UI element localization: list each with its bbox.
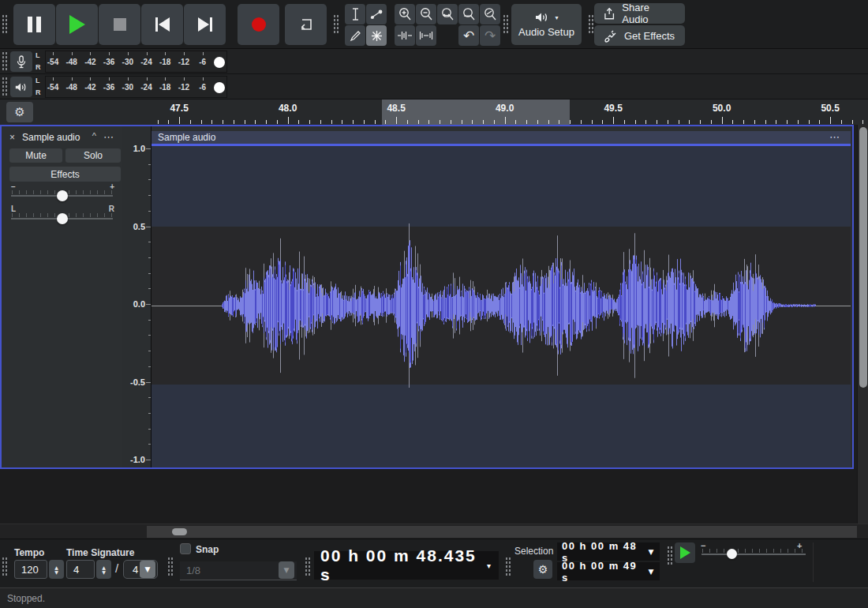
draw-tool-button[interactable] <box>345 25 365 46</box>
track-collapse-button[interactable]: ^ <box>92 131 96 141</box>
horizontal-scrollbar-track[interactable] <box>147 526 857 538</box>
time-toolbar-grip[interactable] <box>2 557 8 577</box>
solo-button[interactable]: Solo <box>65 148 121 163</box>
track-sample-audio: × Sample audio ^ ⋯ Mute Solo Effects − +… <box>0 125 854 469</box>
speed-slider-thumb[interactable] <box>727 549 737 559</box>
playback-meter-grip[interactable] <box>2 77 8 97</box>
vruler-tick <box>148 397 151 398</box>
multi-tool-button[interactable] <box>366 25 387 46</box>
tools-toolbar-grip[interactable] <box>333 14 339 35</box>
audio-clip[interactable]: Sample audio ⋯ <box>152 126 851 467</box>
selection-gear-icon: ⚙ <box>538 563 548 576</box>
play-button[interactable] <box>56 4 98 45</box>
redo-button[interactable]: ↷ <box>480 25 500 46</box>
vruler-tick <box>148 179 151 180</box>
horizontal-scrollbar[interactable] <box>0 524 868 539</box>
record-button[interactable] <box>238 4 279 45</box>
tempo-input[interactable]: 120 <box>14 560 47 579</box>
timeline-tick <box>613 117 614 124</box>
recording-meter-button[interactable] <box>10 51 32 72</box>
silence-audio-button[interactable] <box>416 25 436 46</box>
play-at-speed-button[interactable] <box>675 542 695 563</box>
effects-button[interactable]: Effects <box>9 167 121 182</box>
selection-toolbar-grip[interactable] <box>505 557 511 577</box>
playback-meter[interactable]: -54-48-42-36-30-24-18-12-6 <box>45 76 227 98</box>
speed-slider-ticks <box>702 549 805 553</box>
pause-button[interactable] <box>13 4 55 45</box>
get-effects-label: Get Effects <box>624 30 675 42</box>
recording-meter[interactable]: -54-48-42-36-30-24-18-12-6 <box>45 51 227 73</box>
waveform-canvas[interactable] <box>152 146 851 467</box>
transport-toolbar-grip[interactable] <box>2 14 8 35</box>
play-icon <box>69 15 85 34</box>
mute-button[interactable]: Mute <box>9 148 62 163</box>
recording-meter-grip[interactable] <box>2 51 8 72</box>
time-signature-upper-stepper[interactable]: ▲▼ <box>96 560 111 579</box>
vruler-tick <box>148 195 151 196</box>
vertical-scale-ruler[interactable]: 1.00.50.0-0.5-1.0 <box>122 126 152 467</box>
meter-scale-label: -6 <box>199 58 206 66</box>
vruler-tick <box>148 257 151 258</box>
meter-scale-label: -54 <box>47 83 58 92</box>
timeline-tick <box>819 120 820 124</box>
audio-position-display[interactable]: 00 h 00 m 48.435 s ▾ <box>314 551 499 580</box>
timeline-tick <box>679 120 679 124</box>
share-toolbar-grip[interactable] <box>588 14 594 35</box>
snap-checkbox[interactable] <box>180 543 191 554</box>
vertical-scrollbar-thumb[interactable] <box>859 127 867 388</box>
tempo-stepper[interactable]: ▲▼ <box>49 560 64 579</box>
track-close-button[interactable]: × <box>9 132 15 143</box>
share-audio-button[interactable]: Share Audio <box>594 3 685 24</box>
selection-tool-button[interactable] <box>345 4 365 24</box>
time-signature-upper-input[interactable]: 4 <box>66 560 95 579</box>
skip-to-end-button[interactable] <box>184 4 226 45</box>
timeline-tick <box>396 117 397 124</box>
meter-scale-label: -12 <box>178 58 189 66</box>
play-at-speed-grip[interactable] <box>667 546 673 566</box>
pan-slider-thumb[interactable] <box>57 213 68 224</box>
snap-label: Snap <box>196 544 219 555</box>
timeline-ruler[interactable]: ⚙ 47.548.048.549.049.550.050.5 <box>0 99 868 125</box>
undo-button[interactable]: ↶ <box>458 25 479 46</box>
loop-button[interactable] <box>285 4 327 45</box>
audio-setup-button[interactable]: ▾ Audio Setup <box>511 4 582 45</box>
clip-header[interactable]: Sample audio <box>152 131 851 144</box>
timeline-options-button[interactable]: ⚙ <box>6 102 33 122</box>
audio-setup-toolbar-grip[interactable] <box>503 14 509 35</box>
selection-end-display[interactable]: 00 h 00 m 49 s ▼ <box>557 562 660 580</box>
time-signature-lower-caret[interactable]: ▼ <box>140 561 155 578</box>
timeline-tick <box>483 120 484 124</box>
vertical-scrollbar[interactable] <box>857 125 868 524</box>
selection-start-display[interactable]: 00 h 00 m 48 s ▼ <box>557 542 660 561</box>
trim-audio-button[interactable] <box>395 25 415 46</box>
timeline-tick <box>559 120 559 124</box>
skip-to-start-button[interactable] <box>141 4 183 45</box>
track-title[interactable]: Sample audio <box>22 132 80 143</box>
zoom-toggle-button[interactable] <box>480 4 500 24</box>
gain-slider-thumb[interactable] <box>57 190 68 201</box>
selection-options-button[interactable]: ⚙ <box>533 560 552 579</box>
zoom-toggle-icon <box>483 7 497 21</box>
get-effects-button[interactable]: Get Effects <box>594 25 685 46</box>
zoom-fit-project-button[interactable] <box>458 4 479 24</box>
transport-toolbar: ↶ ↷ ▾ Audio Setup Share Audio Get Effect… <box>0 0 868 49</box>
clip-menu-button[interactable]: ⋯ <box>829 131 841 144</box>
timeline-tick <box>841 120 842 124</box>
horizontal-scrollbar-thumb[interactable] <box>172 528 187 535</box>
track-menu-button[interactable]: ⋯ <box>103 131 114 143</box>
timeline-tick <box>179 117 180 124</box>
snap-interval-caret[interactable]: ▼ <box>279 561 294 579</box>
stop-button[interactable] <box>99 4 140 45</box>
timeline-tick <box>277 120 278 124</box>
snap-toolbar-grip[interactable] <box>167 557 174 577</box>
meter-scale-tick <box>147 77 148 81</box>
zoom-in-button[interactable] <box>395 4 415 24</box>
selection-tool-icon <box>350 8 361 21</box>
zoom-selection-button[interactable] <box>437 4 458 24</box>
speed-slider-track[interactable] <box>702 554 806 555</box>
envelope-tool-button[interactable] <box>366 4 387 24</box>
zoom-out-button[interactable] <box>416 4 436 24</box>
share-upload-icon <box>604 7 615 21</box>
playback-meter-button[interactable] <box>10 77 32 97</box>
time-display-grip[interactable] <box>305 557 311 577</box>
